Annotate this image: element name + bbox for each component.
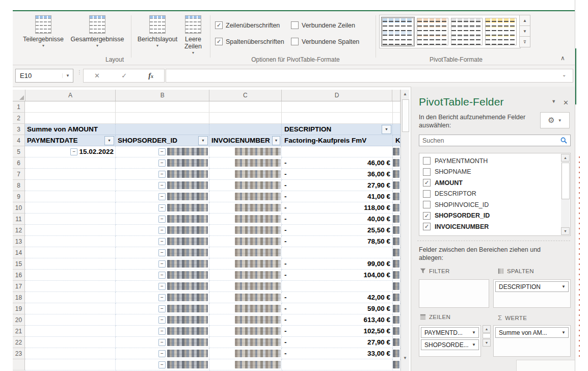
name-box[interactable]: E10 ▼ [15,69,73,83]
cell-E8[interactable] [393,180,400,191]
column-header-E-partial[interactable] [392,90,400,101]
cell-B14[interactable]: − [116,247,209,258]
cell-A6[interactable] [25,157,116,169]
expand-formula-bar-icon[interactable]: ⌄ [562,72,566,77]
chevron-down-icon[interactable]: ▼ [62,73,73,78]
checkbox-unchecked-icon[interactable] [423,190,431,198]
rows-area-box[interactable]: PAYMENTD...▼SHOPSORDE...▼ [419,325,481,357]
field-item-paymentmonth[interactable]: PAYMENTMONTH [419,155,570,167]
cell-C22[interactable] [209,337,282,348]
cell-B16[interactable]: − [116,270,209,281]
chevron-down-icon[interactable]: ▼ [469,342,478,347]
cell-C14[interactable] [209,247,282,258]
cell-E11[interactable] [393,214,400,225]
cell-C7[interactable] [209,169,282,180]
cell-A10[interactable] [25,202,116,214]
filter-dropdown-icon[interactable]: ▼ [272,136,280,145]
style-item[interactable] [416,17,449,46]
cell-E16[interactable] [393,270,400,281]
checkbox-checked-icon[interactable]: ✓ [423,212,431,220]
chevron-down-icon[interactable]: ▼ [559,284,568,289]
cell-B15[interactable]: − [116,258,209,270]
rows-area-scrollbar[interactable]: ▲ ▼ [483,325,491,347]
field-pill[interactable]: PAYMENTD...▼ [421,327,479,338]
subtotals-button[interactable]: Teilergebnisse ▾ [19,15,68,48]
cell-B18[interactable]: − [116,292,209,303]
cell-A9[interactable] [25,191,116,202]
cell-B6[interactable]: − [116,157,209,169]
collapse-outline-icon[interactable]: − [158,328,166,335]
scrollbar-thumb[interactable] [483,333,491,338]
cell-C8[interactable] [209,180,282,191]
cell-E14[interactable] [393,247,400,258]
scroll-down-icon[interactable]: ▼ [561,227,570,235]
cell-C2[interactable] [209,113,282,124]
cancel-icon[interactable]: ✕ [94,72,100,80]
cell-C16[interactable] [209,270,282,281]
collapse-outline-icon[interactable]: − [70,148,77,155]
values-area-box[interactable]: Summe von AM...▼ [493,325,571,357]
collapse-outline-icon[interactable]: − [158,227,166,234]
cell-B9[interactable]: − [116,191,209,202]
row-number[interactable]: 14 [13,247,25,258]
search-input[interactable]: Suchen [419,135,571,146]
cell-D22[interactable]: -27,90 € [282,337,393,348]
cell-D12[interactable]: -25,50 € [282,225,393,236]
cell-D18[interactable]: -42,00 € [282,292,393,303]
cell-D2[interactable] [282,113,393,124]
checkbox-unchecked-icon[interactable] [423,201,431,208]
field-pill[interactable]: DESCRIPTION▼ [495,281,569,292]
cell-C24[interactable] [209,359,282,370]
filter-area-box[interactable] [419,279,489,308]
collapse-outline-icon[interactable]: − [158,193,166,200]
cell-D9[interactable]: -41,00 € [282,191,393,202]
formula-input[interactable] [166,69,573,83]
cell-A4[interactable]: PAYMENTDATE▼ [25,135,116,146]
cell-E12[interactable] [393,225,400,236]
field-pill[interactable]: Summe von AM...▼ [495,327,569,338]
collapse-outline-icon[interactable]: − [158,339,166,346]
cell-D6[interactable]: -46,00 € [282,157,393,169]
cell-B5[interactable]: − [116,146,209,157]
cell-B11[interactable]: − [116,214,209,225]
scroll-down-icon[interactable]: ▼ [401,354,409,362]
blank-rows-button[interactable]: Leere Zeilen ▾ [179,15,207,55]
cell-E21[interactable] [393,326,400,337]
cell-A22[interactable] [25,337,116,348]
cell-A3[interactable]: Summe von AMOUNT [25,124,116,135]
cell-E7[interactable] [393,169,400,180]
cell-C10[interactable] [209,202,282,214]
cell-D23[interactable]: -33,00 € [282,348,393,359]
row-number[interactable]: 12 [13,225,25,236]
cell-E2[interactable] [393,113,400,124]
cell-E18[interactable] [393,292,400,303]
cell-A8[interactable] [25,180,116,191]
scroll-up-icon[interactable]: ▲ [561,154,570,162]
row-number[interactable]: 9 [13,191,25,202]
close-icon[interactable]: ✕ [563,99,569,107]
cell-E19[interactable] [393,303,400,314]
cell-A20[interactable] [25,314,116,326]
scroll-up-icon[interactable]: ▲ [401,90,409,98]
cell-C17[interactable] [209,281,282,292]
collapse-outline-icon[interactable]: − [158,204,166,211]
column-header-A[interactable]: A [25,90,116,101]
formula-bar-grip[interactable]: ⋮ [77,71,79,80]
cell-A23[interactable] [25,348,116,359]
scroll-down-icon[interactable]: ▼ [483,339,491,347]
cell-A19[interactable] [25,303,116,314]
cell-B1[interactable] [116,101,209,113]
enter-icon[interactable]: ✓ [121,72,127,80]
select-all-corner[interactable] [13,90,25,101]
row-number[interactable]: 22 [13,337,25,348]
field-item-shopname[interactable]: SHOPNAME [419,167,570,178]
row-number[interactable]: 11 [13,214,25,225]
cell-A2[interactable] [25,113,116,124]
cell-D11[interactable]: -40,00 € [282,214,393,225]
row-number[interactable]: 17 [13,281,25,292]
field-item-amount[interactable]: ✓AMOUNT [419,177,570,189]
collapse-outline-icon[interactable]: − [158,148,166,155]
cell-D10[interactable]: -118,00 € [282,202,393,214]
cell-D8[interactable]: -27,90 € [282,180,393,191]
style-item[interactable] [450,17,483,46]
